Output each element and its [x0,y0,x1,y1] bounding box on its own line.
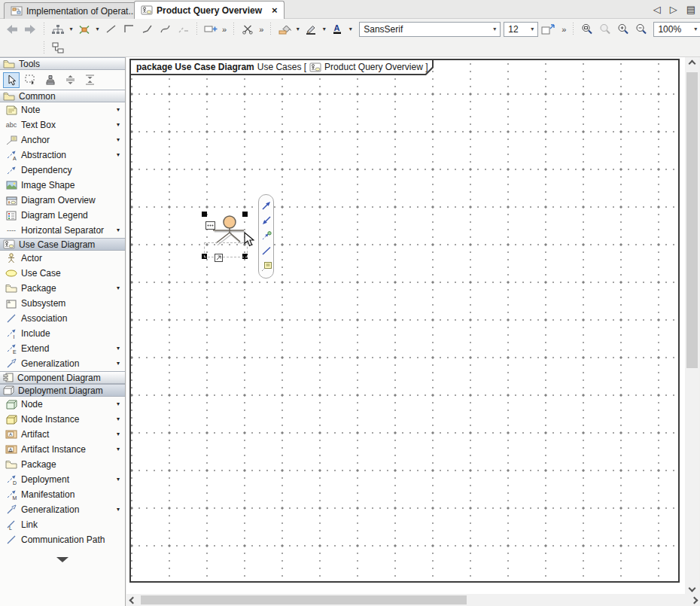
chevron-down-icon[interactable]: ▾ [117,360,120,367]
palette-item-image-shape[interactable]: Image Shape [0,178,125,193]
chevron-down-icon[interactable]: ▾ [117,136,120,143]
chevron-down-icon[interactable]: ▾ [294,26,302,32]
scroll-down-button[interactable] [686,582,698,594]
tab-list-button[interactable]: ▤ [686,4,695,15]
palette-item-manifestation[interactable]: M Manifestation [0,487,125,502]
scroll-left-button[interactable] [126,594,138,606]
path-style-curved-button[interactable] [156,21,174,38]
chevron-down-icon[interactable]: ▾ [346,26,355,32]
vertical-scrollbar-thumb[interactable] [686,72,698,368]
edit-compartment-icon[interactable] [205,221,215,230]
palette-item-node-instance[interactable]: Node Instance ▾ [0,412,125,427]
palette-item-link[interactable]: L Link [0,517,125,532]
comment-anchor-button[interactable] [261,261,272,272]
diagram-canvas[interactable]: package Use Case Diagram Use Cases [ Pro… [126,57,685,594]
layout-tree-button[interactable] [49,21,67,38]
palette-item-package[interactable]: Package ▾ [0,281,125,296]
font-color-button[interactable]: A [328,21,346,38]
palette-item-diagram-overview[interactable]: Diagram Overview [0,193,125,208]
fill-color-button[interactable] [275,21,294,38]
autosize-button[interactable] [538,21,559,38]
tab-product-query-overview[interactable]: Product Query Overview × [134,1,285,19]
next-tab-button[interactable]: ▷ [670,4,677,15]
more-buttons-chevron[interactable]: » [562,25,566,34]
chevron-down-icon[interactable]: ▾ [117,345,120,352]
actor-name-box[interactable] [204,242,248,257]
fit-in-window-button[interactable] [578,21,596,38]
chevron-down-icon[interactable]: ▾ [117,476,120,483]
font-family-select[interactable]: SansSerif ▾ [359,22,501,37]
font-size-select[interactable]: 12 ▾ [504,22,538,37]
sticky-tool-button[interactable] [42,72,59,88]
scroll-right-button[interactable] [688,594,700,606]
chevron-down-icon[interactable]: ▾ [117,151,120,158]
hyperlink-icon[interactable] [215,254,223,262]
palette-section-deployment-diagram[interactable]: Deployment Diagram [0,384,125,397]
palette-item-anchor[interactable]: Anchor ▾ [0,132,125,148]
zoom-level-select[interactable]: 100% ▾ [653,22,700,37]
marquee-tool-button[interactable] [23,72,39,88]
palette-item-deployment-generalization[interactable]: Generalization ▾ [0,502,125,517]
path-style-oblique-button[interactable] [138,21,156,38]
chevron-down-icon[interactable]: ▾ [117,431,120,437]
more-buttons-chevron[interactable]: » [222,25,227,34]
show-hide-parts-button[interactable] [202,21,220,38]
zoom-out-button[interactable] [632,21,650,38]
palette-item-use-case[interactable]: Use Case [0,266,125,281]
chevron-down-icon[interactable]: ▾ [117,400,120,407]
horizontal-scrollbar[interactable] [126,594,700,606]
path-style-dashed-button[interactable] [174,21,192,38]
diagram-frame-header[interactable]: package Use Case Diagram Use Cases [ Pro… [129,59,434,75]
palette-item-communication-path[interactable]: Communication Path [0,532,125,547]
chevron-down-icon[interactable]: ▾ [117,121,120,128]
chevron-down-icon[interactable]: ▾ [117,227,120,233]
tab-implementation-of-operation[interactable]: Implementation of Operat... [4,2,142,19]
directed-association-out-button[interactable] [261,201,272,211]
chevron-down-icon[interactable]: ▾ [117,506,120,513]
palette-section-use-case-diagram[interactable]: Use Case Diagram [0,238,125,251]
palette-item-dependency[interactable]: Dependency [0,163,125,178]
palette-section-tools[interactable]: Tools [0,57,125,70]
zoom-selection-button[interactable] [596,21,614,38]
actor-shape[interactable] [205,213,247,246]
directed-association-in-button[interactable] [261,216,272,226]
cut-button[interactable] [239,21,257,38]
chevron-down-icon[interactable]: ▾ [117,285,120,291]
palette-item-generalization[interactable]: Generalization ▾ [0,356,125,371]
zoom-in-button[interactable] [614,21,632,38]
palette-section-common[interactable]: Common [0,90,125,102]
palette-item-deployment[interactable]: D Deployment ▾ [0,472,125,487]
chevron-down-icon[interactable]: ▾ [320,26,328,32]
selected-actor-element[interactable] [205,215,245,256]
chevron-down-icon[interactable]: ▾ [117,416,120,422]
diagram-frame[interactable]: package Use Case Diagram Use Cases [ Pro… [129,59,680,583]
path-style-rectilinear-button[interactable] [120,21,138,38]
palette-item-actor[interactable]: Actor [0,251,125,266]
palette-item-node[interactable]: Node ▾ [0,397,125,412]
palette-item-subsystem[interactable]: Subsystem [0,296,125,311]
palette-item-note[interactable]: Note ▾ [0,102,125,117]
more-buttons-chevron[interactable]: » [259,25,263,34]
chevron-down-icon[interactable]: ▾ [117,446,120,452]
horizontal-scrollbar-thumb[interactable] [141,595,467,604]
palette-item-deployment-package[interactable]: Package [0,457,125,472]
palette-scroll-more-button[interactable] [0,553,125,565]
palette-item-extend[interactable]: E Extend ▾ [0,341,125,356]
palette-item-artifact-instance[interactable]: A Artifact Instance ▾ [0,442,125,457]
selection-tool-button[interactable] [3,72,20,88]
close-icon[interactable]: × [272,7,278,14]
palette-section-component-diagram[interactable]: Component Diagram [0,371,125,384]
association-button[interactable] [261,246,272,256]
palette-item-diagram-legend[interactable]: Diagram Legend [0,208,125,223]
path-style-straight-button[interactable] [102,21,120,38]
chevron-down-icon[interactable]: ▾ [93,26,102,32]
scroll-up-button[interactable] [686,57,698,69]
line-color-button[interactable] [302,21,320,38]
palette-item-artifact[interactable]: A Artifact ▾ [0,427,125,442]
chevron-down-icon[interactable]: ▾ [67,26,75,32]
chevron-down-icon[interactable]: ▾ [117,106,120,113]
back-button[interactable] [3,21,21,38]
forward-button[interactable] [21,21,39,38]
vertical-collapse-tool-button[interactable] [81,72,98,88]
palette-item-association[interactable]: Association [0,311,125,326]
